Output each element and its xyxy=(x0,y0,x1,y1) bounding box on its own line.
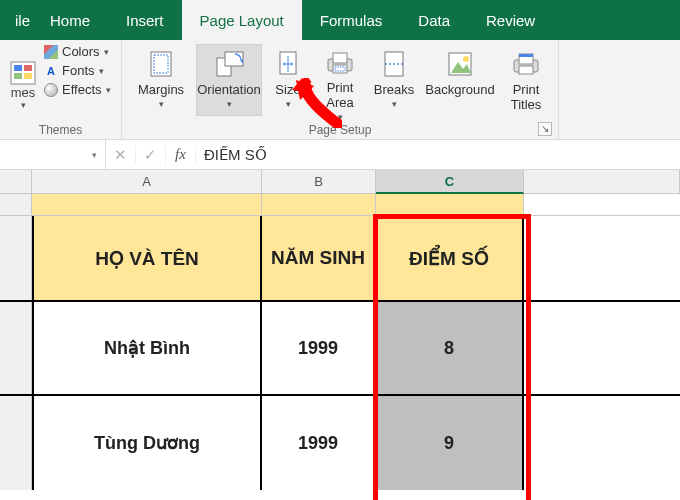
chevron-down-icon: ▾ xyxy=(159,99,164,109)
print-titles-icon xyxy=(509,49,543,79)
name-box-input[interactable] xyxy=(4,147,88,163)
svg-rect-3 xyxy=(14,73,22,79)
orientation-button[interactable]: Orientation ▾ xyxy=(196,44,262,116)
header-cell-score[interactable]: ĐIỂM SỐ xyxy=(376,216,524,300)
tab-page-layout[interactable]: Page Layout xyxy=(182,0,302,40)
row-gutter[interactable] xyxy=(0,194,32,215)
margins-button[interactable]: Margins ▾ xyxy=(128,44,194,116)
cell-name[interactable]: Tùng Dương xyxy=(32,396,262,490)
fonts-button[interactable]: A Fonts ▾ xyxy=(44,63,111,78)
tab-home[interactable]: Home xyxy=(32,0,108,40)
column-header-b[interactable]: B xyxy=(262,170,376,193)
svg-rect-2 xyxy=(24,65,32,71)
cell[interactable] xyxy=(376,194,524,215)
fonts-icon: A xyxy=(44,64,58,78)
chevron-down-icon: ▾ xyxy=(286,99,291,109)
themes-group-label: Themes xyxy=(6,121,115,137)
effects-label: Effects xyxy=(62,82,102,97)
tab-data[interactable]: Data xyxy=(400,0,468,40)
row-gutter[interactable] xyxy=(0,396,32,490)
svg-rect-1 xyxy=(14,65,22,71)
file-tab-fragment[interactable]: ile xyxy=(4,0,32,40)
column-header-a[interactable]: A xyxy=(32,170,262,193)
name-box[interactable]: ▾ xyxy=(0,140,106,169)
chevron-down-icon: ▾ xyxy=(104,47,109,57)
svg-rect-27 xyxy=(519,54,533,57)
print-area-button[interactable]: Print Area ▾ xyxy=(314,44,366,116)
background-button[interactable]: Background xyxy=(422,44,498,116)
effects-icon xyxy=(44,83,58,97)
cell[interactable] xyxy=(262,194,376,215)
formula-bar-input[interactable] xyxy=(196,140,680,169)
chevron-down-icon: ▾ xyxy=(99,66,104,76)
svg-point-23 xyxy=(463,56,469,62)
svg-rect-26 xyxy=(519,66,533,74)
orientation-icon xyxy=(212,49,246,79)
cell[interactable] xyxy=(524,216,680,300)
chevron-down-icon: ▾ xyxy=(106,85,111,95)
themes-label-fragment: mes xyxy=(11,85,36,100)
print-titles-button[interactable]: Print Titles xyxy=(500,44,552,116)
orientation-label: Orientation xyxy=(197,83,261,98)
tab-review[interactable]: Review xyxy=(468,0,553,40)
breaks-icon xyxy=(377,49,411,79)
column-header-c[interactable]: C xyxy=(376,170,524,194)
svg-rect-16 xyxy=(333,53,347,63)
cell[interactable] xyxy=(524,194,680,215)
tab-formulas[interactable]: Formulas xyxy=(302,0,401,40)
fonts-label: Fonts xyxy=(62,63,95,78)
print-area-label: Print Area xyxy=(326,81,353,111)
margins-icon xyxy=(144,49,178,79)
chevron-down-icon: ▾ xyxy=(227,99,232,109)
background-icon xyxy=(443,49,477,79)
size-button[interactable]: Size ▾ xyxy=(264,44,312,116)
tab-insert[interactable]: Insert xyxy=(108,0,182,40)
effects-button[interactable]: Effects ▾ xyxy=(44,82,111,97)
row-gutter[interactable] xyxy=(0,216,32,300)
insert-function-button[interactable]: fx xyxy=(166,146,196,163)
header-cell-name[interactable]: HỌ VÀ TÊN xyxy=(32,216,262,300)
page-setup-dialog-launcher[interactable]: ↘ xyxy=(538,122,552,136)
spreadsheet-grid[interactable]: HỌ VÀ TÊN NĂM SINH ĐIỂM SỐ Nhật Bình 199… xyxy=(0,194,680,490)
cell-year[interactable]: 1999 xyxy=(262,302,376,394)
colors-label: Colors xyxy=(62,44,100,59)
chevron-down-icon: ▾ xyxy=(392,99,397,109)
colors-button[interactable]: Colors ▾ xyxy=(44,44,111,59)
header-cell-year[interactable]: NĂM SINH xyxy=(262,216,376,300)
svg-rect-4 xyxy=(24,73,32,79)
select-all-corner[interactable] xyxy=(0,170,32,193)
themes-button-fragment[interactable]: mes ▾ xyxy=(6,44,40,110)
page-setup-group-label: Page Setup ↘ xyxy=(128,121,552,137)
cell-score[interactable]: 9 xyxy=(376,396,524,490)
print-area-icon xyxy=(323,49,357,77)
row-gutter[interactable] xyxy=(0,302,32,394)
themes-icon xyxy=(10,61,36,85)
cell[interactable] xyxy=(524,396,680,490)
column-header-d[interactable] xyxy=(524,170,680,193)
ribbon-group-page-setup: Margins ▾ Orientation ▾ Size ▾ xyxy=(122,40,559,139)
cell-year[interactable]: 1999 xyxy=(262,396,376,490)
breaks-button[interactable]: Breaks ▾ xyxy=(368,44,420,116)
chevron-down-icon: ▾ xyxy=(21,100,26,110)
size-label: Size xyxy=(275,83,300,98)
name-box-dropdown[interactable]: ▾ xyxy=(88,150,101,160)
cell[interactable] xyxy=(32,194,262,215)
cell-name[interactable]: Nhật Bình xyxy=(32,302,262,394)
ribbon-group-themes: mes ▾ Colors ▾ A Fonts ▾ Effects ▾ xyxy=(0,40,122,139)
breaks-label: Breaks xyxy=(374,83,414,98)
colors-icon xyxy=(44,45,58,59)
enter-button[interactable]: ✓ xyxy=(136,146,166,164)
size-icon xyxy=(271,49,305,79)
margins-label: Margins xyxy=(138,83,184,98)
background-label: Background xyxy=(425,83,494,98)
print-titles-label: Print Titles xyxy=(511,83,542,113)
cell[interactable] xyxy=(524,302,680,394)
cell-score[interactable]: 8 xyxy=(376,302,524,394)
cancel-button[interactable]: ✕ xyxy=(106,146,136,164)
